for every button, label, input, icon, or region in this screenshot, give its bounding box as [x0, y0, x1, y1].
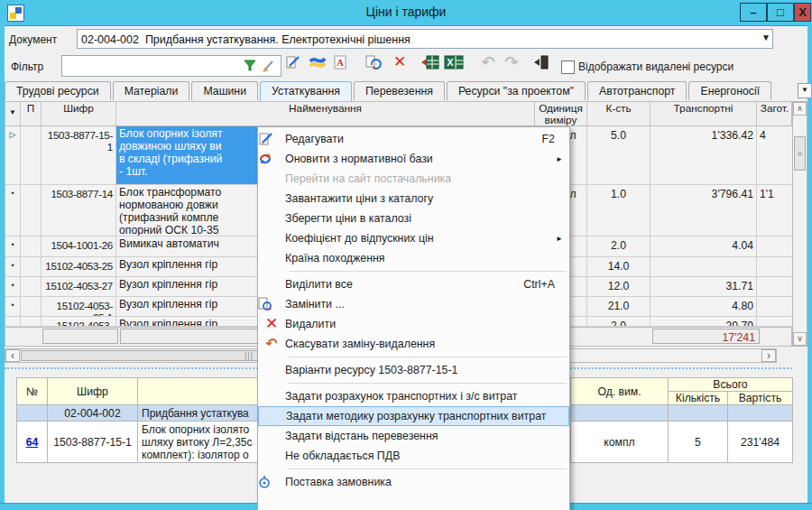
cell-zagot[interactable]	[757, 277, 792, 296]
filter-input-box[interactable]	[61, 55, 281, 77]
vertical-scrollbar[interactable]: ∧ ≡ ∨	[792, 101, 807, 347]
cell-qty[interactable]: 12.0	[587, 277, 651, 296]
bottom-cell-code: 1503-8877-15-1	[47, 421, 138, 463]
scroll-down-button[interactable]: ∨	[793, 332, 807, 346]
update-normative-button[interactable]	[309, 54, 332, 78]
cell-p[interactable]	[21, 297, 42, 316]
cell-p[interactable]	[21, 257, 42, 276]
font-button[interactable]: A	[332, 54, 355, 78]
tab-устаткування[interactable]: Устаткування	[260, 81, 352, 101]
menu-item-3[interactable]: Завантажити ціни з каталогу	[258, 189, 569, 209]
document-combobox[interactable]: ▼	[77, 29, 773, 49]
excel-export-button[interactable]: X	[444, 54, 467, 78]
cell-p[interactable]	[21, 277, 42, 296]
menu-item-label: Поставка замовника	[285, 476, 392, 488]
menu-item-8[interactable]: Виділити всеCtrl+A	[258, 274, 569, 294]
redo-button[interactable]: ↷	[500, 54, 523, 78]
menu-item-5[interactable]: Коефіцієнт до відпускних цін►	[258, 228, 569, 248]
tab-енергоносії[interactable]: Енергоносії	[688, 81, 771, 100]
show-deleted-checkbox[interactable]	[561, 60, 575, 74]
cell-code[interactable]: 15102-4053-25	[42, 257, 116, 276]
cell-zagot[interactable]	[757, 257, 792, 276]
cell-transport[interactable]	[651, 257, 757, 276]
menu-item-label: Виділити все	[285, 278, 353, 291]
delete-button[interactable]: ✕	[388, 54, 411, 78]
bottom-header-qty: Кількість	[668, 391, 728, 405]
tab-машини[interactable]: Машини	[191, 81, 258, 100]
cell-code[interactable]: 15102-4053-27	[42, 277, 116, 296]
cell-code[interactable]: 1503-8877-15-1	[42, 126, 116, 184]
cell-qty[interactable]: 2.0	[587, 236, 651, 256]
cell-zagot[interactable]	[757, 297, 792, 316]
edit-button[interactable]	[285, 54, 309, 78]
menu-item-0[interactable]: РедагуватиF2	[258, 129, 569, 149]
filter-input[interactable]	[64, 58, 239, 76]
grid-filter-dropdown-icon[interactable]: ▼	[5, 102, 21, 125]
menu-item-9[interactable]: Замінити ...	[258, 294, 569, 314]
cell-zagot[interactable]: 4	[757, 126, 792, 184]
cell-code[interactable]: 1503-8877-14	[42, 185, 116, 236]
grid-column-header-1: П	[21, 102, 42, 125]
vertical-scroll-thumb[interactable]: ≡	[794, 136, 806, 171]
cell-qty[interactable]: 1.0	[587, 185, 651, 236]
cell-code[interactable]: 15102-4053-25-2	[42, 317, 116, 326]
excel-import-button[interactable]	[420, 54, 444, 78]
cell-p[interactable]	[21, 236, 42, 256]
cell-p[interactable]	[21, 126, 42, 184]
menu-item-13[interactable]: Варіанти ресурсу 1503-8877-15-1	[258, 360, 569, 380]
menu-item-18[interactable]: Не обкладається ПДВ	[258, 446, 569, 466]
tab-матеріали[interactable]: Матеріали	[113, 81, 190, 100]
menu-item-10[interactable]: ✕Видалити	[258, 314, 569, 334]
cell-transport[interactable]: 4.04	[651, 236, 757, 256]
menu-item-15[interactable]: Задати розрахунок транспортних і з/с вит…	[258, 386, 569, 406]
maximize-button[interactable]: □	[767, 3, 794, 22]
filter-funnel-icon[interactable]	[243, 59, 259, 75]
menu-item-label: Коефіцієнт до відпускних цін	[285, 232, 434, 245]
tab-перевезення[interactable]: Перевезення	[354, 81, 445, 100]
menu-item-20[interactable]: Поставка замовника	[258, 472, 569, 492]
filter-label: Фільтр	[11, 60, 43, 73]
delete-icon: ✕	[393, 57, 406, 70]
cell-zagot[interactable]: 1'1	[757, 185, 792, 236]
position-link[interactable]: 64	[26, 436, 39, 449]
menu-item-4[interactable]: Зберегти ціни в каталозі	[258, 209, 569, 228]
tab-list-button[interactable]: ▼	[798, 83, 812, 98]
menu-item-6[interactable]: Країна походження	[258, 248, 569, 268]
menu-item-label: Редагувати	[285, 133, 344, 145]
cell-transport[interactable]: 1'336.42	[651, 126, 757, 184]
menu-item-17[interactable]: Задати відстань перевезення	[258, 426, 569, 446]
cell-p[interactable]	[21, 317, 42, 326]
tab-трудові-ресурси[interactable]: Трудові ресурси	[5, 81, 111, 100]
tab-автотранспорт[interactable]: Автотранспорт	[587, 81, 687, 100]
menu-item-clipped	[258, 492, 569, 499]
cell-code[interactable]: 15102-4053-25-1	[42, 297, 116, 316]
scroll-left-button[interactable]: ‹	[5, 349, 20, 362]
cell-zagot[interactable]	[757, 236, 792, 256]
cell-qty[interactable]: 21.0	[587, 297, 651, 316]
scroll-up-button[interactable]: ∧	[793, 102, 807, 116]
cell-qty[interactable]: 5.0	[587, 126, 651, 184]
cell-transport[interactable]: 4.80	[651, 297, 757, 316]
cell-transport[interactable]: 20.70	[651, 317, 757, 326]
menu-item-1[interactable]: Оновити з нормативної бази►	[258, 149, 569, 169]
scroll-right-button[interactable]: ›	[761, 349, 776, 362]
cell-code[interactable]: 1504-1001-26	[42, 236, 116, 256]
menu-item-16[interactable]: Задати методику розрахунку транспортних …	[258, 406, 569, 426]
menu-item-11[interactable]: ↶Скасувати заміну-видалення	[258, 334, 569, 354]
combobox-arrow-icon[interactable]: ▼	[761, 32, 770, 42]
tab-ресурси-за-проектом-[interactable]: Ресурси "за проектом"	[447, 81, 586, 100]
minimize-button[interactable]: –	[740, 3, 767, 22]
refresh-doc-button[interactable]	[364, 54, 388, 78]
cell-zagot[interactable]	[757, 317, 792, 326]
cell-transport[interactable]: 3'796.41	[651, 185, 757, 236]
close-button[interactable]: X	[794, 3, 811, 22]
document-combobox-value[interactable]	[79, 31, 755, 49]
bottom-cell-cost	[727, 404, 793, 422]
cell-transport[interactable]: 31.71	[651, 277, 757, 296]
cell-p[interactable]	[21, 185, 42, 236]
cell-qty[interactable]: 2.0	[587, 317, 651, 326]
cell-qty[interactable]: 14.0	[587, 257, 651, 276]
undo-button[interactable]: ↶	[476, 54, 500, 78]
exit-button[interactable]	[532, 54, 556, 78]
clear-filter-broom-icon[interactable]	[262, 59, 278, 75]
